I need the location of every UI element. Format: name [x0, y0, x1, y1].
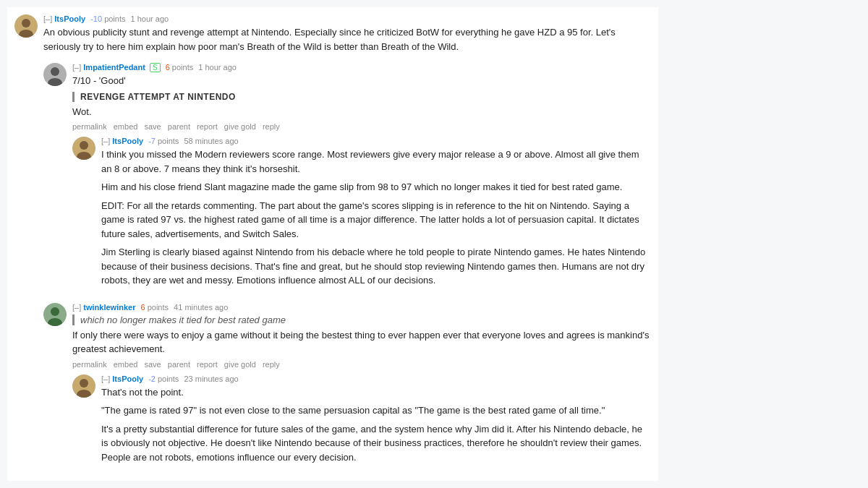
avatar: [72, 137, 95, 160]
revenge-tag: REVENGE ATTEMPT AT NINTENDO: [72, 92, 651, 102]
comment-text-p1: I think you missed the Modern reviewers …: [101, 147, 651, 176]
parent-link[interactable]: parent: [168, 360, 190, 369]
comment-row: [–] ItsPooly -2 points 23 minutes ago Th…: [72, 374, 651, 468]
report-link[interactable]: report: [197, 122, 218, 131]
comment-text-p2: Him and his close friend Slant magazine …: [101, 180, 651, 194]
action-bar: permalink embed save parent report give …: [72, 122, 651, 131]
avatar: [14, 14, 38, 38]
comment-meta: [–] ItsPooly -2 points 23 minutes ago: [101, 374, 651, 383]
comment-text-p3: EDIT: For all the retards commenting. Th…: [101, 199, 651, 241]
comment-meta: [–] twinklewinker 6 points 41 minutes ag…: [72, 303, 651, 312]
score: -10: [90, 14, 102, 23]
score-label: points: [104, 14, 127, 23]
username[interactable]: ItsPooly: [54, 14, 85, 23]
avatar: [72, 374, 95, 398]
score-label: points: [172, 63, 195, 72]
reply-indent-2: [–] ItsPooly -7 points 58 minutes ago I …: [72, 137, 651, 291]
score: -7: [148, 137, 156, 145]
time: 1 hour ago: [131, 14, 169, 23]
save-link[interactable]: save: [144, 122, 161, 131]
svg-point-7: [80, 141, 88, 150]
comment-body: [–] ItsPooly -2 points 23 minutes ago Th…: [101, 374, 651, 468]
comment-meta: [–] ImpatientPedant S 6 points 1 hour ag…: [72, 63, 651, 72]
score-label: points: [158, 137, 181, 145]
avatar: [43, 303, 67, 326]
svg-point-1: [22, 19, 30, 27]
comment-row: [–] ItsPooly -7 points 58 minutes ago I …: [72, 137, 651, 291]
comment-body: [–] ItsPooly -7 points 58 minutes ago I …: [101, 137, 651, 291]
quoted-text: which no longer makes it tied for best r…: [72, 314, 651, 325]
username[interactable]: ItsPooly: [112, 137, 143, 145]
comment-text-p2: "The game is rated 97" is not even close…: [101, 403, 651, 418]
comment-row: [–] ImpatientPedant S 6 points 1 hour ag…: [43, 63, 651, 131]
save-link[interactable]: save: [144, 360, 161, 369]
comment-text-wot: Wot.: [72, 105, 651, 119]
score-label: points: [158, 374, 181, 383]
comment-meta: [–] ItsPooly -7 points 58 minutes ago: [101, 137, 651, 145]
comment-text: An obvious publicity stunt and revenge a…: [43, 25, 651, 53]
svg-point-10: [51, 307, 59, 316]
score: -2: [148, 374, 156, 383]
username[interactable]: twinklewinker: [83, 303, 135, 312]
time: 58 minutes ago: [184, 137, 238, 145]
parent-link[interactable]: parent: [168, 122, 190, 131]
report-link[interactable]: report: [197, 360, 218, 369]
comment-text: If only there were ways to enjoy a game …: [72, 328, 651, 356]
comment-body: [–] ImpatientPedant S 6 points 1 hour ag…: [72, 63, 651, 131]
permalink-link[interactable]: permalink: [72, 122, 107, 131]
comment-text-p1: That's not the point.: [101, 385, 651, 400]
avatar: [43, 63, 67, 86]
score: 6: [166, 63, 170, 72]
svg-point-4: [51, 67, 59, 76]
reply-link[interactable]: reply: [263, 360, 280, 369]
give-gold-link[interactable]: give gold: [224, 122, 256, 131]
comment-row: [–] twinklewinker 6 points 41 minutes ag…: [43, 303, 651, 369]
username[interactable]: ImpatientPedant: [83, 63, 145, 72]
mod-tag: S: [150, 63, 161, 72]
comment-meta: [–] ItsPooly -10 points 1 hour ago: [43, 14, 651, 23]
embed-link[interactable]: embed: [114, 122, 138, 131]
comment-text-p4: Jim Sterling is clearly biased against N…: [101, 245, 651, 288]
embed-link[interactable]: embed: [114, 360, 138, 369]
reply-indent-itspooly2: [–] ItsPooly -2 points 23 minutes ago Th…: [72, 374, 651, 468]
reply-indent-twinkle: [–] twinklewinker 6 points 41 minutes ag…: [43, 303, 651, 468]
score: 6: [141, 303, 145, 312]
action-bar: permalink embed save parent report give …: [72, 360, 651, 369]
username[interactable]: ItsPooly: [112, 374, 143, 383]
comment-body: [–] twinklewinker 6 points 41 minutes ag…: [72, 303, 651, 369]
reply-link[interactable]: reply: [263, 122, 280, 131]
give-gold-link[interactable]: give gold: [224, 360, 256, 369]
permalink-link[interactable]: permalink: [72, 360, 107, 369]
time: 23 minutes ago: [184, 374, 238, 383]
comment-text-good: 7/10 - 'Good': [72, 74, 651, 88]
comment-text-p3: It's a pretty substantial difference for…: [101, 422, 651, 465]
comment-row: [–] ItsPooly -10 points 1 hour ago An ob…: [14, 14, 651, 57]
svg-point-13: [80, 379, 88, 388]
time: 1 hour ago: [198, 63, 237, 72]
score-label: points: [148, 303, 171, 312]
time: 41 minutes ago: [174, 303, 228, 312]
comment-body: [–] ItsPooly -10 points 1 hour ago An ob…: [43, 14, 651, 57]
comment-thread: [–] ItsPooly -10 points 1 hour ago An ob…: [7, 7, 658, 481]
reply-indent-1: [–] ImpatientPedant S 6 points 1 hour ag…: [43, 63, 651, 291]
